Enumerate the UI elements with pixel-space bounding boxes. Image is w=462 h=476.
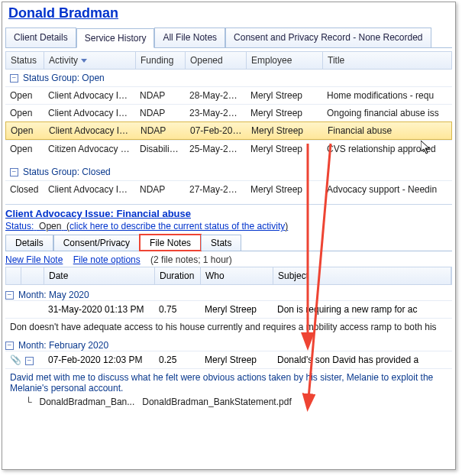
cell-activity: Client Advocacy Is... (44, 183, 135, 196)
file-note-options-link[interactable]: File note options (73, 254, 141, 265)
cell-activity: Client Advocacy Is... (44, 89, 135, 102)
month-label: Month: February 2020 (18, 340, 108, 351)
col-funding[interactable]: Funding (136, 52, 186, 69)
note-row[interactable]: 📎 − 07-Feb-2020 12:03 PM 0.25 Meryl Stre… (5, 351, 452, 368)
cell-status: Open (5, 142, 44, 156)
cell-employee: Meryl Streep (247, 124, 323, 138)
collapse-icon[interactable]: − (5, 291, 14, 300)
cell-employee: Meryl Streep (246, 89, 322, 102)
note-subject: Donald's son David has provided a (273, 353, 452, 367)
col-activity[interactable]: Activity (44, 52, 136, 69)
month-group-feb[interactable]: −Month: February 2020 (5, 340, 452, 351)
group-open[interactable]: −Status Group: Open (5, 70, 452, 86)
tab-all-file-notes[interactable]: All File Notes (154, 28, 225, 47)
cell-opened: 07-Feb-2020 (186, 124, 247, 138)
cell-title: Ongoing financial abuse iss (322, 106, 452, 120)
col-opened[interactable]: Opened (186, 52, 247, 69)
note-duration: 0.25 (154, 353, 200, 367)
note-date: 07-Feb-2020 12:03 PM (44, 353, 154, 367)
cell-title: Advocacy support - Needin (322, 183, 452, 196)
subtab-stats[interactable]: Stats (201, 235, 241, 251)
status-value: Open (39, 221, 61, 232)
col-expand[interactable] (6, 267, 21, 284)
note-body: Don doesn't have adequate access to his … (5, 318, 452, 335)
new-file-note-link[interactable]: New File Note (5, 254, 63, 265)
col-date[interactable]: Date (44, 267, 155, 284)
status-hint-link[interactable]: click here to describe the current statu… (69, 221, 285, 232)
note-who: Meryl Streep (200, 303, 273, 316)
group-closed[interactable]: −Status Group: Closed (5, 164, 452, 180)
cell-activity: Client Advocacy Is... (44, 106, 135, 120)
note-indent (21, 303, 44, 316)
service-history-grid: Status Activity Funding Opened Employee … (5, 51, 452, 198)
cell-funding: NDAP (135, 106, 185, 120)
cell-activity: Citizen Advocacy R... (44, 142, 135, 156)
attachment-link[interactable]: DonaldBradman_BankStatement.pdf (142, 397, 291, 407)
note-collapse[interactable]: − (21, 353, 44, 367)
table-row[interactable]: Closed Client Advocacy Is... NDAP 27-May… (5, 180, 452, 198)
cell-funding: Disability ... (135, 142, 185, 156)
col-status[interactable]: Status (6, 52, 44, 69)
cell-status: Closed (5, 183, 44, 196)
notes-actions: New File Note File note options (2 file … (5, 254, 452, 265)
tree-branch-icon: └ (25, 397, 32, 407)
note-duration: 0.75 (154, 303, 200, 316)
col-activity-label: Activity (49, 55, 78, 66)
cell-funding: NDAP (136, 124, 186, 138)
table-row[interactable]: Open Client Advocacy Is... NDAP 28-May-2… (5, 86, 452, 104)
tab-consent-privacy[interactable]: Consent and Privacy Record - None Record… (225, 28, 431, 47)
collapse-icon[interactable]: − (10, 168, 18, 176)
tab-service-history[interactable]: Service History (76, 28, 155, 48)
cell-opened: 25-May-2020 (185, 142, 246, 156)
subtab-details[interactable]: Details (5, 235, 53, 251)
status-line: Status: Open (click here to describe the… (5, 221, 452, 232)
note-date: 31-May-2020 01:13 PM (44, 303, 154, 316)
col-duration[interactable]: Duration (155, 267, 201, 284)
note-attach-icon[interactable]: 📎 (5, 353, 21, 367)
group-open-label: Status Group: Open (23, 73, 105, 83)
subtabstrip: Details Consent/Privacy File Notes Stats (5, 235, 452, 251)
col-expand2[interactable] (21, 267, 44, 284)
notes-header-row: Date Duration Who Subject (5, 267, 452, 285)
month-label: Month: May 2020 (18, 290, 89, 300)
note-subject: Don is requiring a new ramp for ac (273, 303, 452, 316)
cell-employee: Meryl Streep (246, 183, 322, 196)
table-row-selected[interactable]: Open Client Advocacy Is... NDAP 07-Feb-2… (5, 121, 452, 140)
cell-title: CVS relationship approved (322, 142, 452, 156)
client-name-link[interactable]: Donald Bradman (2, 2, 455, 26)
status-label: Status: (5, 221, 34, 232)
notes-meta: (2 file notes; 1 hour) (150, 254, 232, 265)
grid-header-row: Status Activity Funding Opened Employee … (5, 51, 452, 70)
group-closed-label: Status Group: Closed (23, 167, 111, 177)
note-expand[interactable] (5, 303, 21, 316)
main-tabstrip: Client Details Service History All File … (5, 28, 452, 48)
collapse-icon[interactable]: − (10, 74, 18, 83)
col-title[interactable]: Title (323, 52, 451, 69)
cell-opened: 27-May-2020 (185, 183, 246, 196)
attachment-row: └ DonaldBradman_Ban... DonaldBradman_Ban… (25, 397, 452, 407)
tab-client-details[interactable]: Client Details (5, 28, 76, 47)
cell-opened: 28-May-2020 (185, 89, 246, 102)
col-who[interactable]: Who (201, 267, 273, 284)
subtab-file-notes[interactable]: File Notes (140, 235, 201, 251)
issue-title[interactable]: Client Advocacy Issue: Financial abuse (5, 204, 452, 219)
cell-status: Open (5, 89, 44, 102)
subtab-consent[interactable]: Consent/Privacy (53, 235, 140, 251)
table-row[interactable]: Open Citizen Advocacy R... Disability ..… (5, 140, 452, 157)
note-who: Meryl Streep (200, 353, 273, 367)
month-group-may[interactable]: −Month: May 2020 (5, 290, 452, 300)
cell-funding: NDAP (135, 183, 185, 196)
attachment-link[interactable]: DonaldBradman_Ban... (40, 397, 135, 407)
note-body: David met with me to discuss what he fel… (5, 368, 452, 397)
cell-employee: Meryl Streep (246, 106, 322, 120)
cell-status: Open (6, 124, 44, 138)
cell-employee: Meryl Streep (246, 142, 322, 156)
cell-funding: NDAP (135, 89, 185, 102)
table-row[interactable]: Open Client Advocacy Is... NDAP 23-May-2… (5, 104, 452, 121)
sort-desc-icon (81, 59, 87, 63)
note-row[interactable]: 31-May-2020 01:13 PM 0.75 Meryl Streep D… (5, 300, 452, 318)
cell-title: Home modifications - requ (322, 89, 452, 102)
collapse-icon[interactable]: − (5, 342, 14, 350)
col-subject[interactable]: Subject (273, 267, 451, 284)
col-employee[interactable]: Employee (247, 52, 323, 69)
